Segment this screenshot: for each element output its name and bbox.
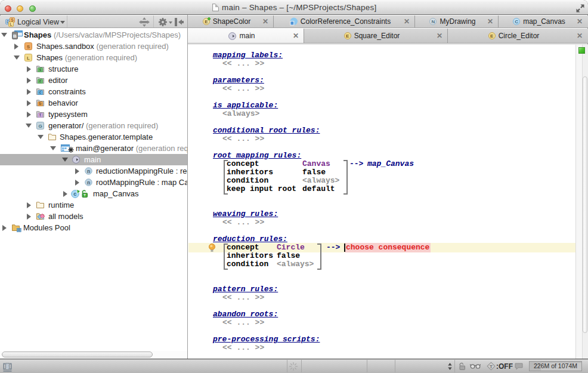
svg-text:S: S [27, 44, 30, 50]
svg-text:L: L [10, 22, 13, 26]
svg-text:T: T [83, 193, 86, 197]
svg-text:L: L [27, 56, 30, 61]
svg-text:b: b [39, 101, 41, 106]
svg-text:B: B [13, 33, 17, 39]
svg-text:s: s [39, 67, 42, 72]
svg-text:e: e [39, 79, 42, 83]
svg-text:n: n [87, 180, 90, 186]
svg-text:c: c [39, 90, 42, 94]
svg-text:S: S [11, 18, 14, 22]
svg-text:n: n [87, 168, 90, 174]
svg-text:T: T [490, 364, 493, 369]
svg-text:c: c [73, 191, 76, 197]
svg-text:G: G [38, 124, 42, 129]
